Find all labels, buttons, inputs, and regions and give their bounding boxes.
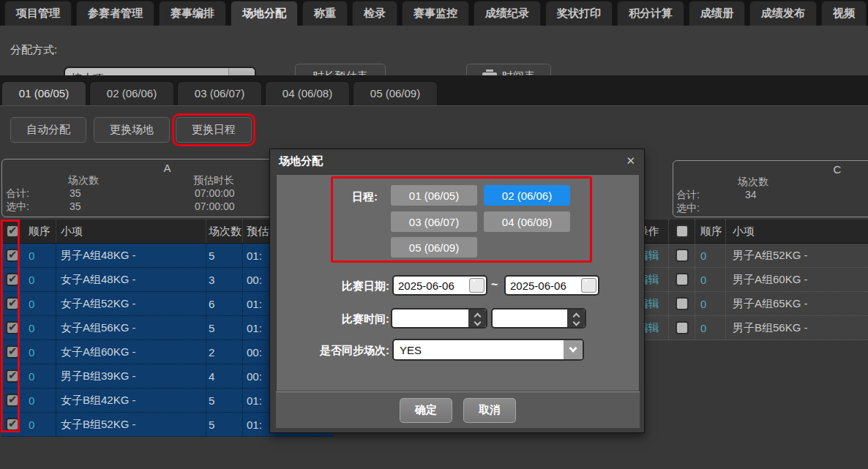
date-to-value: 2025-06-06 (506, 279, 581, 292)
spinner-icon[interactable] (567, 309, 585, 327)
calendar-icon[interactable] (469, 278, 484, 293)
date-tab-4[interactable]: 04 (06/08) (265, 81, 350, 106)
row-order: 0 (23, 389, 56, 412)
row-item: 男子A组48KG - (56, 244, 206, 267)
col-item: 小项 (56, 220, 206, 243)
ok-button[interactable]: 确定 (400, 398, 452, 423)
auto-assign-button[interactable]: 自动分配 (10, 117, 86, 143)
sync-select[interactable]: YES (392, 339, 584, 361)
row-checkbox[interactable] (1, 389, 23, 412)
row-order: 0 (23, 316, 56, 339)
schedule-option-3[interactable]: 03 (06/07) (391, 211, 477, 232)
nav-tab-checkin[interactable]: 检录 (352, 1, 397, 26)
sync-select-value: YES (394, 344, 564, 356)
row-checkbox[interactable] (669, 316, 695, 339)
schedule-label: 日程: (352, 190, 378, 204)
row-checkbox[interactable] (1, 292, 23, 315)
nav-tab-project[interactable]: 项目管理 (4, 1, 72, 26)
time-from-field[interactable] (391, 308, 487, 329)
toolbar: 分配方式: 按小项 时长预估表 时间表 (0, 26, 868, 75)
nav-tab-weighin[interactable]: 称重 (302, 1, 348, 26)
row-item: 男子A组65KG - (726, 292, 868, 315)
table-row[interactable]: 编辑 0 男子A组65KG - (628, 292, 868, 316)
schedule-option-4[interactable]: 04 (06/08) (484, 211, 570, 232)
table-row[interactable]: 编辑 0 男子B组56KG - (628, 316, 868, 340)
row-item: 男子A组60KG - (726, 268, 868, 291)
total-label: 合计: (6, 187, 29, 200)
col-matches: 场次数 (206, 220, 243, 243)
auto-assign-label: 自动分配 (26, 123, 70, 137)
date-to-field[interactable]: 2025-06-06 (504, 275, 599, 296)
row-order: 0 (23, 292, 56, 315)
row-order: 0 (695, 244, 726, 267)
nav-tab-scheduling[interactable]: 赛事编排 (159, 1, 226, 26)
row-checkbox[interactable] (1, 364, 23, 388)
row-order: 0 (23, 340, 56, 364)
schedule-option-2[interactable]: 02 (06/06) (484, 185, 570, 206)
date-tab-3[interactable]: 03 (06/07) (177, 81, 262, 106)
row-matches: 3 (206, 268, 243, 291)
date-from-field[interactable]: 2025-06-06 (392, 275, 487, 296)
select-all-checkbox[interactable] (1, 220, 23, 243)
change-venue-label: 更换场地 (110, 123, 154, 137)
row-matches: 5 (206, 413, 243, 436)
total-matches: 35 (70, 187, 81, 199)
checkbox-checked-icon (6, 321, 19, 334)
selected-label: 选中: (676, 202, 700, 215)
col-order: 顺序 (695, 220, 726, 243)
time-label: 比赛时间: (270, 312, 389, 326)
change-schedule-button[interactable]: 更换日程 (176, 117, 252, 143)
row-item: 男子A组52KG - (726, 244, 868, 267)
row-checkbox[interactable] (669, 268, 695, 291)
row-item: 男子B组39KG - (56, 364, 206, 388)
nav-tab-participants[interactable]: 参赛者管理 (76, 1, 154, 26)
nav-tab-points-calc[interactable]: 积分计算 (617, 1, 684, 26)
table-row[interactable]: 编辑 0 男子A组52KG - (628, 244, 868, 268)
date-tab-5[interactable]: 05 (06/09) (353, 81, 438, 106)
schedule-option-1[interactable]: 01 (06/05) (391, 185, 477, 206)
right-venue-table: 操作 顺序 小项 编辑 0 男子A组52KG - 编辑 0 男子A组60KG -… (628, 220, 868, 340)
selected-matches: 35 (70, 200, 81, 212)
col-item: 小项 (726, 220, 868, 243)
right-table-header: 操作 顺序 小项 (628, 220, 868, 244)
row-item: 女子A组56KG - (56, 316, 206, 339)
cancel-button[interactable]: 取消 (463, 398, 516, 423)
spinner-icon[interactable] (468, 309, 486, 327)
checkbox-unchecked-icon (676, 321, 689, 334)
row-checkbox[interactable] (1, 413, 23, 436)
row-item: 女子A组60KG - (56, 340, 206, 364)
date-tab-2[interactable]: 02 (06/06) (89, 81, 174, 106)
duration-header: 预估时长 (193, 174, 234, 187)
nav-tab-results-publish[interactable]: 成绩发布 (749, 1, 817, 26)
select-all-checkbox[interactable] (669, 220, 695, 243)
row-checkbox[interactable] (669, 292, 695, 315)
table-row[interactable]: 编辑 0 男子A组60KG - (628, 268, 868, 292)
calendar-icon[interactable] (581, 278, 596, 293)
dialog-footer: 确定 取消 (276, 391, 640, 428)
change-schedule-label: 更换日程 (192, 123, 236, 137)
row-checkbox[interactable] (1, 268, 23, 291)
change-venue-button[interactable]: 更换场地 (94, 117, 170, 143)
time-to-field[interactable] (491, 308, 586, 329)
method-label: 分配方式: (10, 43, 57, 57)
date-tab-1[interactable]: 01 (06/05) (1, 81, 86, 106)
schedule-option-5[interactable]: 05 (06/09) (391, 237, 477, 258)
row-checkbox[interactable] (1, 244, 23, 267)
row-matches: 5 (206, 244, 243, 267)
nav-tab-results-record[interactable]: 成绩纪录 (474, 1, 541, 26)
nav-tab-venue-allocation[interactable]: 场地分配 (231, 1, 298, 26)
sync-label: 是否同步场次: (270, 344, 389, 358)
row-order: 0 (23, 268, 56, 291)
nav-tab-results-book[interactable]: 成绩册 (689, 1, 745, 26)
row-matches: 4 (206, 364, 243, 388)
row-checkbox[interactable] (1, 316, 23, 339)
selected-label: 选中: (6, 200, 29, 214)
chevron-down-icon[interactable] (564, 340, 583, 359)
row-order: 0 (23, 364, 56, 388)
nav-tab-certificate-print[interactable]: 奖状打印 (545, 1, 613, 26)
nav-tab-monitoring[interactable]: 赛事监控 (402, 1, 469, 26)
row-checkbox[interactable] (669, 244, 695, 267)
close-icon[interactable]: ✕ (626, 154, 635, 168)
row-checkbox[interactable] (1, 340, 23, 364)
nav-tab-video[interactable]: 视频 (821, 1, 867, 26)
